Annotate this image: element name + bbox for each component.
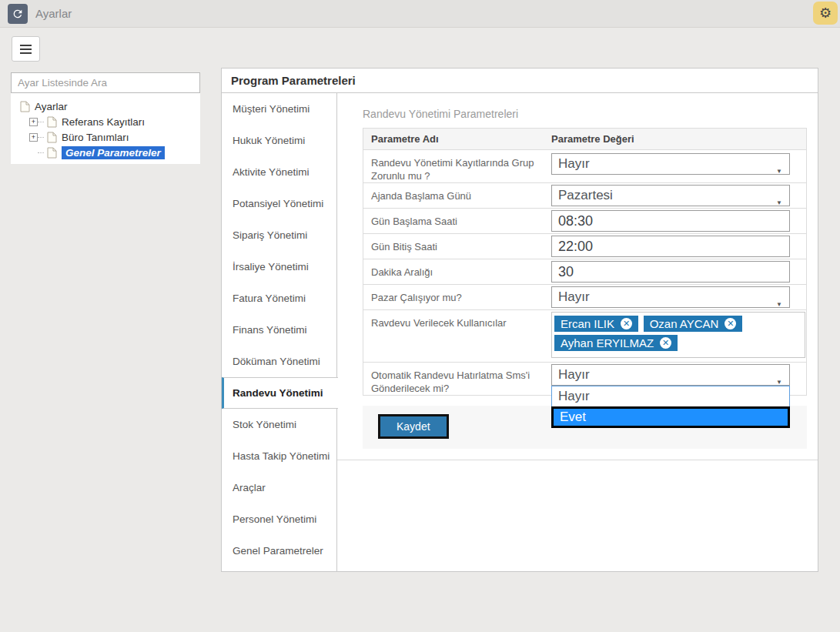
settings-button[interactable]: ⚙ [813, 2, 838, 25]
tree-node-label[interactable]: Referans Kayıtları [62, 116, 145, 128]
parameter-label: Dakika Aralığı [363, 259, 550, 284]
user-tag: Ozan AYCAN ✕ [644, 316, 743, 332]
user-tag-label: Ozan AYCAN [650, 317, 719, 330]
hamburger-icon [20, 45, 32, 54]
dropdown-option-hayir[interactable]: Hayır [552, 386, 789, 406]
table-header-row: Parametre Adı Parametre Değeri [363, 129, 806, 150]
settings-tree: Ayarlar + Referans Kayıtları + Büro Tanı… [11, 93, 200, 164]
caret-down-icon: ▼ [776, 193, 782, 213]
parameter-label: Gün Bitiş Saati [363, 234, 550, 259]
parameter-label: Pazar Çalışıyor mu? [363, 285, 550, 309]
gear-icon: ⚙ [819, 6, 832, 20]
day-start-time-input[interactable] [551, 210, 790, 232]
tree-node-root[interactable]: Ayarlar [11, 99, 200, 114]
tab-fatura-yonetimi[interactable]: Fatura Yönetimi [222, 283, 336, 314]
search-input[interactable] [11, 72, 200, 93]
column-header-name: Parametre Adı [363, 133, 550, 145]
save-button[interactable]: Kaydet [378, 414, 449, 439]
expand-plus-icon[interactable]: + [29, 133, 38, 142]
tab-araclar[interactable]: Araçlar [222, 472, 336, 503]
tab-potansiyel-yonetimi[interactable]: Potansiyel Yönetimi [222, 188, 336, 219]
tab-stok-yonetimi[interactable]: Stok Yönetimi [222, 409, 336, 440]
minute-interval-input[interactable] [551, 261, 790, 283]
column-header-value: Parametre Değeri [550, 133, 806, 145]
parameter-label: Gün Başlama Saati [363, 209, 550, 233]
program-parameters-panel: Program Parametreleri Müşteri Yönetimi H… [221, 68, 818, 572]
tab-siparis-yonetimi[interactable]: Sipariş Yönetimi [222, 219, 336, 251]
form-section-title: Randevu Yönetimi Parametreleri [363, 108, 818, 120]
sms-reminder-dropdown: Hayır Evet [551, 386, 790, 428]
tab-content: Randevu Yönetimi Parametreleri Parametre… [337, 93, 818, 571]
parameter-label: Ajanda Başlama Günü [363, 183, 550, 208]
user-tag: Ercan ILIK ✕ [554, 316, 638, 332]
parameter-label: Otomatik Randevu Hatırlatma Sms'i Gönder… [363, 363, 550, 395]
tree-node-selected[interactable]: Genel Parametreler [29, 145, 200, 160]
tab-irsaliye-yonetimi[interactable]: İrsaliye Yönetimi [222, 251, 336, 283]
caret-down-icon: ▼ [776, 295, 782, 315]
remove-tag-icon[interactable]: ✕ [621, 318, 632, 329]
tab-finans-yonetimi[interactable]: Finans Yönetimi [222, 314, 336, 346]
document-icon [47, 147, 57, 159]
day-end-time-input[interactable] [551, 236, 790, 257]
remove-tag-icon[interactable]: ✕ [725, 318, 736, 329]
caret-down-icon: ▼ [776, 162, 782, 182]
tab-hukuk-yonetimi[interactable]: Hukuk Yönetimi [222, 125, 336, 156]
group-required-select[interactable]: Hayır ▼ [551, 153, 790, 175]
tab-randevu-yonetimi-active[interactable]: Randevu Yönetimi [222, 377, 338, 409]
user-tag-label: Ercan ILIK [561, 317, 614, 330]
tree-node[interactable]: + Referans Kayıtları [29, 114, 200, 129]
table-row: Pazar Çalışıyor mu? Hayır ▼ [363, 285, 806, 310]
top-bar: Ayarlar ⚙ [0, 0, 840, 28]
tree-connector [38, 152, 44, 153]
appointment-users-multiselect[interactable]: Ercan ILIK ✕ Ozan AYCAN ✕ Ayhan ERYILMAZ… [551, 312, 805, 358]
content-divider [337, 460, 818, 460]
sunday-working-select[interactable]: Hayır ▼ [551, 286, 790, 308]
remove-tag-icon[interactable]: ✕ [660, 337, 671, 349]
select-value: Hayır [558, 156, 590, 171]
tree-node-label[interactable]: Ayarlar [35, 101, 68, 112]
document-icon [20, 101, 30, 112]
tree-connector [38, 137, 44, 138]
table-row: Ajanda Başlama Günü Pazartesi ▼ [363, 183, 806, 209]
parameter-label: Ravdevu Verilecek Kullanıcılar [363, 310, 550, 362]
tree-node[interactable]: + Büro Tanımları [29, 129, 200, 145]
tab-dokuman-yonetimi[interactable]: Döküman Yönetimi [222, 346, 336, 377]
agenda-start-day-select[interactable]: Pazartesi ▼ [551, 185, 790, 206]
tree-node-label[interactable]: Genel Parametreler [62, 146, 165, 159]
tree-connector [38, 122, 44, 122]
tab-hasta-takip-yonetimi[interactable]: Hasta Takip Yönetimi [222, 440, 336, 472]
select-value: Hayır [558, 367, 590, 382]
sms-reminder-select[interactable]: Hayır ▼ [551, 364, 790, 386]
page-title: Ayarlar [35, 7, 72, 20]
user-tag: Ayhan ERYILMAZ ✕ [554, 335, 678, 351]
select-value: Pazartesi [558, 188, 613, 202]
table-row: Otomatik Randevu Hatırlatma Sms'i Gönder… [363, 363, 806, 396]
parameter-label: Randevu Yönetimi Kayıtlarında Grup Zorun… [363, 150, 550, 182]
sync-icon[interactable] [8, 4, 28, 24]
module-tab-list: Müşteri Yönetimi Hukuk Yönetimi Aktivite… [222, 93, 337, 571]
document-icon [47, 132, 57, 143]
select-value: Hayır [558, 289, 590, 304]
tree-node-label[interactable]: Büro Tanımları [62, 132, 129, 143]
panel-title: Program Parametreleri [222, 69, 818, 93]
tab-musteri-yonetimi[interactable]: Müşteri Yönetimi [222, 93, 336, 125]
document-icon [47, 116, 57, 128]
user-tag-label: Ayhan ERYILMAZ [561, 336, 654, 349]
table-row: Dakika Aralığı [363, 259, 806, 285]
table-row: Gün Bitiş Saati [363, 234, 806, 259]
tab-aktivite-yonetimi[interactable]: Aktivite Yönetimi [222, 156, 336, 188]
table-row: Randevu Yönetimi Kayıtlarında Grup Zorun… [363, 150, 806, 183]
table-row: Ravdevu Verilecek Kullanıcılar Ercan ILI… [363, 310, 806, 363]
expand-plus-icon[interactable]: + [29, 118, 38, 126]
tab-genel-parametreler[interactable]: Genel Parametreler [222, 535, 336, 567]
menu-toggle-button[interactable] [12, 36, 40, 62]
table-row: Gün Başlama Saati [363, 209, 806, 234]
dropdown-option-evet-highlighted[interactable]: Evet [551, 406, 790, 428]
parameter-table: Parametre Adı Parametre Değeri Randevu Y… [363, 128, 807, 396]
tab-personel-yonetimi[interactable]: Personel Yönetimi [222, 503, 336, 535]
